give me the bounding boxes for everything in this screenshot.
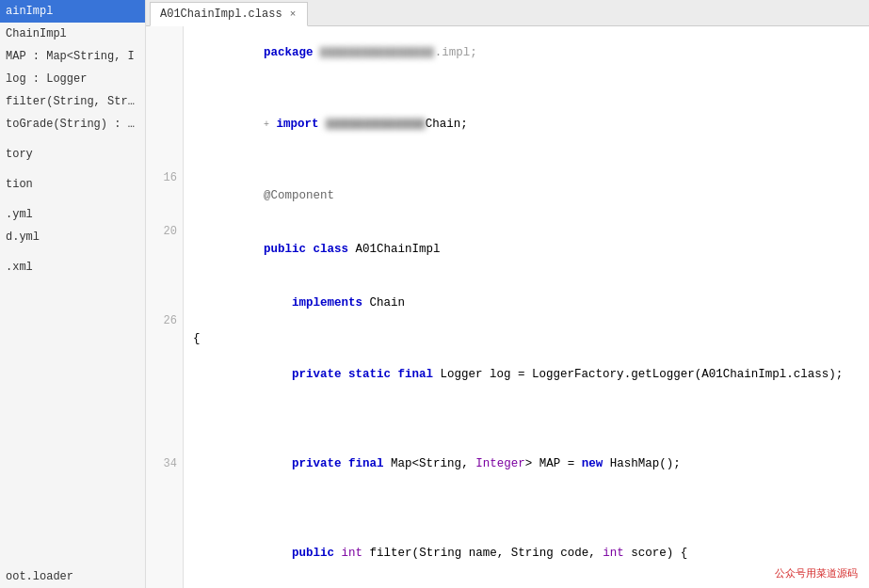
- watermark-prefix: 公众号: [775, 567, 806, 579]
- ln-blank19: [146, 402, 183, 420]
- editor-area: A01ChainImpl.class × 16 20: [146, 0, 869, 588]
- ln-blank25: [146, 527, 183, 545]
- sidebar-label-xml: .xml: [6, 261, 33, 274]
- editor-tab[interactable]: A01ChainImpl.class ×: [150, 2, 308, 26]
- ln-blank7: [146, 134, 183, 151]
- ln-blank18: [146, 384, 183, 402]
- tab-close-button[interactable]: ×: [288, 8, 298, 20]
- watermark: 公众号用​菜道源码: [775, 566, 858, 580]
- ln-blank13: [146, 277, 183, 294]
- ln-blank16: [146, 348, 183, 366]
- sidebar-label-filter: filter(String, String, ir: [6, 95, 145, 108]
- code-line-filter: public int filter(String name, String co…: [193, 527, 869, 580]
- ln-blank3: [146, 62, 183, 80]
- code-line-package: package ████████████████.impl;: [193, 26, 869, 80]
- ln-blank26: [146, 545, 183, 563]
- ln-blank5: [146, 98, 183, 116]
- ln-blank9: [146, 187, 183, 205]
- sidebar-label-tograde: toGrade(String) : int: [6, 118, 145, 131]
- code-line-openbrace: {: [193, 330, 869, 348]
- code-line-blank1: [193, 80, 869, 98]
- code-line-import: + import ████████████████Chain;: [193, 98, 869, 151]
- sidebar-label-map: MAP : Map<String, I: [6, 50, 135, 63]
- ln-blank17: [146, 366, 183, 384]
- watermark-label: 菜道源码: [816, 567, 858, 579]
- sidebar-item-log[interactable]: log : Logger: [0, 68, 145, 90]
- sidebar-item-map[interactable]: MAP : Map<String, I: [0, 45, 145, 68]
- ln-blank1: [146, 26, 183, 44]
- sidebar-item-tograde[interactable]: toGrade(String) : int: [0, 113, 145, 135]
- sidebar-label-yml2: d.yml: [6, 230, 40, 244]
- code-line-blank6: [193, 509, 869, 527]
- code-line-20: private final Map<String, Integer> MAP =…: [193, 437, 869, 491]
- code-line-blank2: [193, 151, 869, 169]
- ln-20: 20: [146, 223, 183, 241]
- sidebar-item-filter[interactable]: filter(String, String, ir: [0, 90, 145, 113]
- sidebar-item-bootloader[interactable]: oot.loader: [0, 565, 145, 588]
- ln-34: 34: [146, 455, 183, 473]
- line-numbers: 16 20 26 34: [146, 26, 184, 588]
- sidebar-item-chainimpl[interactable]: ChainImpl: [0, 23, 145, 45]
- code-line-16: private static final Logger log = Logger…: [193, 348, 869, 402]
- sidebar-item-chainimpl-active[interactable]: ainImpl: [0, 0, 145, 23]
- ln-blank2: [146, 44, 183, 62]
- tab-bar: A01ChainImpl.class ×: [146, 0, 869, 26]
- sidebar-label-log: log : Logger: [6, 72, 87, 86]
- sidebar-label-chainimpl-active: ainImpl: [6, 5, 53, 18]
- code-line-blank3: [193, 402, 869, 420]
- sidebar-item-tion[interactable]: tion: [0, 173, 145, 196]
- sidebar-label-yml1: .yml: [6, 208, 33, 221]
- ln-blank6: [146, 116, 183, 134]
- code-line-blank5: [193, 491, 869, 509]
- ln-blank15: [146, 330, 183, 348]
- ln-blank23: [146, 491, 183, 509]
- ln-blank8: [146, 151, 183, 169]
- sidebar-label-chainimpl: ChainImpl: [6, 27, 67, 40]
- ln-blank11: [146, 241, 183, 259]
- ln-blank10: [146, 205, 183, 223]
- code-line-blank4: [193, 420, 869, 437]
- code-line-blank7: [193, 580, 869, 588]
- tab-filename: A01ChainImpl.class: [160, 8, 282, 21]
- ln-16: 16: [146, 169, 183, 187]
- ln-26: 26: [146, 312, 183, 330]
- sidebar-label-tion: tion: [6, 178, 33, 191]
- ln-blank22: [146, 473, 183, 491]
- ln-blank24: [146, 509, 183, 527]
- sidebar-label-tory: tory: [6, 148, 33, 161]
- sidebar-item-tory[interactable]: tory: [0, 143, 145, 166]
- ln-blank21: [146, 437, 183, 455]
- ln-blank20: [146, 420, 183, 437]
- code-line-annotation: @Component: [193, 169, 869, 223]
- ln-blank12: [146, 259, 183, 277]
- code-line-implements: implements Chain: [193, 277, 869, 330]
- ln-blank14: [146, 294, 183, 312]
- ln-blank27: [146, 563, 183, 580]
- sidebar-item-yml1[interactable]: .yml: [0, 203, 145, 226]
- code-editor[interactable]: 16 20 26 34: [146, 26, 869, 588]
- sidebar-item-yml2[interactable]: d.yml: [0, 226, 145, 248]
- code-line-class: public class A01ChainImpl: [193, 223, 869, 277]
- ln-blank4: [146, 80, 183, 98]
- sidebar-label-bootloader: oot.loader: [6, 570, 73, 583]
- code-lines: package ████████████████.impl; + import …: [184, 26, 869, 588]
- sidebar: ainImpl ChainImpl MAP : Map<String, I lo…: [0, 0, 146, 588]
- sidebar-item-xml[interactable]: .xml: [0, 256, 145, 278]
